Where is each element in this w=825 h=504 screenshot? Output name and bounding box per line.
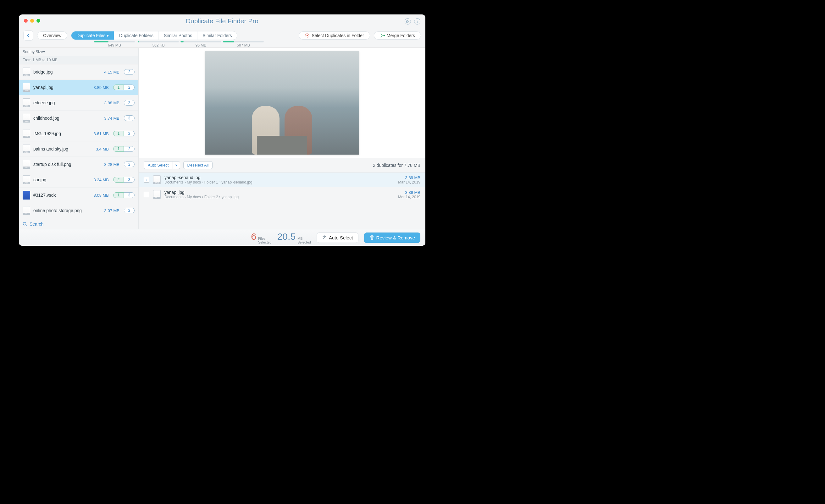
rss-icon[interactable] [405,18,411,24]
count-badge[interactable]: 2 [124,85,135,90]
file-name: palms and sky.jpg [33,147,93,152]
badge-group[interactable]: 3 [124,115,135,121]
tab-duplicate-files[interactable]: Duplicate Files ▾ [71,31,114,39]
content: Sort by Size▾ From 1 MB to 10 MB bridge.… [19,48,425,229]
file-thumb-icon [23,175,30,184]
file-item[interactable]: yanapi.jpg3.89 MB12 [19,80,138,95]
badge-group[interactable]: 12 [113,146,135,152]
minimize-icon[interactable] [30,19,34,23]
file-size: 3.4 MB [96,147,109,152]
files-count: 6 [251,231,256,242]
file-item[interactable]: #3127.vsdx3.08 MB13 [19,188,138,203]
file-item[interactable]: startup disk full.png3.28 MB2 [19,157,138,172]
count-badge[interactable]: 2 [124,146,135,152]
size-bar-label: 96 MB [196,43,207,48]
duplicate-size: 3.89 MB [398,175,420,180]
sort-control[interactable]: Sort by Size▾ [19,48,138,56]
window-controls [24,19,40,23]
duplicate-row[interactable]: yanapi.jpgDocuments › My docs › Folder 2… [139,187,425,202]
title-icons: i [405,18,420,24]
auto-select-button[interactable]: Auto Select [144,161,173,169]
size-bars: 649 MB362 KB96 MB507 MB [19,40,425,48]
count-badge[interactable]: 1 [113,131,124,136]
file-item[interactable]: IMG_1929.jpg3.61 MB12 [19,126,138,142]
duplicate-info: yanapi-senaud.jpgDocuments › My docs › F… [164,175,394,184]
duplicate-info: yanapi.jpgDocuments › My docs › Folder 2… [164,190,394,199]
file-thumb-icon [153,175,161,184]
file-item[interactable]: palms and sky.jpg3.4 MB12 [19,142,138,157]
file-name: car.jpg [33,177,90,182]
duplicate-row[interactable]: ✓yanapi-senaud.jpgDocuments › My docs › … [139,172,425,187]
size-bar [223,41,264,43]
file-thumb-icon [23,129,30,138]
file-name: IMG_1929.jpg [33,131,90,136]
file-item[interactable]: childhood.jpg3.74 MB3 [19,110,138,126]
count-badge[interactable]: 1 [113,85,124,90]
badge-group[interactable]: 2 [124,100,135,105]
close-icon[interactable] [24,19,28,23]
zoom-icon[interactable] [36,19,40,23]
svg-line-3 [26,225,27,226]
count-badge[interactable]: 3 [124,177,135,183]
target-icon [305,33,310,38]
file-size: 3.61 MB [94,131,109,136]
file-item[interactable]: car.jpg3.24 MB23 [19,172,138,188]
overview-button[interactable]: Overview [37,31,67,39]
size-bar [180,41,221,43]
chevron-left-icon [26,33,30,38]
file-size: 3.88 MB [104,100,120,105]
count-badge[interactable]: 3 [124,115,135,121]
file-name: edceee.jpg [33,100,101,105]
detail-pane: Auto Select Deselect All 2 duplicates fo… [139,48,425,229]
badge-group[interactable]: 2 [124,69,135,75]
count-badge[interactable]: 2 [124,100,135,105]
merge-folders-button[interactable]: Merge Folders [374,31,421,39]
file-list[interactable]: bridge.jpg4.15 MB2yanapi.jpg3.89 MB12edc… [19,64,138,219]
badge-group[interactable]: 12 [113,131,135,136]
file-item[interactable]: edceee.jpg3.88 MB2 [19,95,138,110]
info-icon[interactable]: i [414,18,420,24]
select-duplicates-button[interactable]: Select Duplicates in Folder [299,31,370,39]
size-bar [138,41,179,43]
category-tabs: Duplicate Files ▾Duplicate FoldersSimila… [71,31,237,40]
checkbox[interactable] [144,192,149,197]
tab-similar-photos[interactable]: Similar Photos [159,31,198,39]
chevron-down-icon [175,164,178,167]
duplicate-name: yanapi.jpg [164,190,394,195]
count-badge[interactable]: 2 [124,69,135,75]
file-size: 3.08 MB [94,193,109,198]
preview-area [139,48,425,158]
back-button[interactable] [23,30,33,40]
files-selected-stat: 6 FilesSelected [251,231,272,244]
badge-group[interactable]: 23 [113,177,135,183]
auto-select-caret[interactable] [173,161,180,169]
count-badge[interactable]: 2 [124,131,135,136]
badge-group[interactable]: 12 [113,85,135,90]
file-thumb-icon [23,145,30,153]
file-item[interactable]: bridge.jpg4.15 MB2 [19,64,138,80]
file-size: 3.74 MB [104,116,120,121]
badge-group[interactable]: 2 [124,208,135,214]
tab-duplicate-folders[interactable]: Duplicate Folders [114,31,159,39]
footer-auto-select-button[interactable]: Auto Select [317,233,358,243]
search-input[interactable]: Search [19,219,138,229]
badge-group[interactable]: 2 [124,162,135,167]
count-badge[interactable]: 1 [113,192,124,198]
file-size: 4.15 MB [104,70,120,75]
duplicate-path: Documents › My docs › Folder 1 › yanapi-… [164,180,394,184]
footer-auto-select-label: Auto Select [329,235,353,240]
deselect-all-button[interactable]: Deselect All [183,161,213,169]
file-size: 3.07 MB [104,208,120,213]
count-badge[interactable]: 2 [124,208,135,214]
file-item[interactable]: online photo storage.png3.07 MB2 [19,203,138,219]
count-badge[interactable]: 3 [124,192,135,198]
checkbox[interactable]: ✓ [144,177,149,183]
count-badge[interactable]: 2 [113,177,124,183]
review-remove-button[interactable]: Review & Remove [364,233,420,243]
file-size: 3.24 MB [94,177,109,182]
badge-group[interactable]: 13 [113,192,135,198]
file-size: 3.28 MB [104,162,120,167]
count-badge[interactable]: 2 [124,162,135,167]
tab-similar-folders[interactable]: Similar Folders [198,31,237,39]
count-badge[interactable]: 1 [113,146,124,152]
